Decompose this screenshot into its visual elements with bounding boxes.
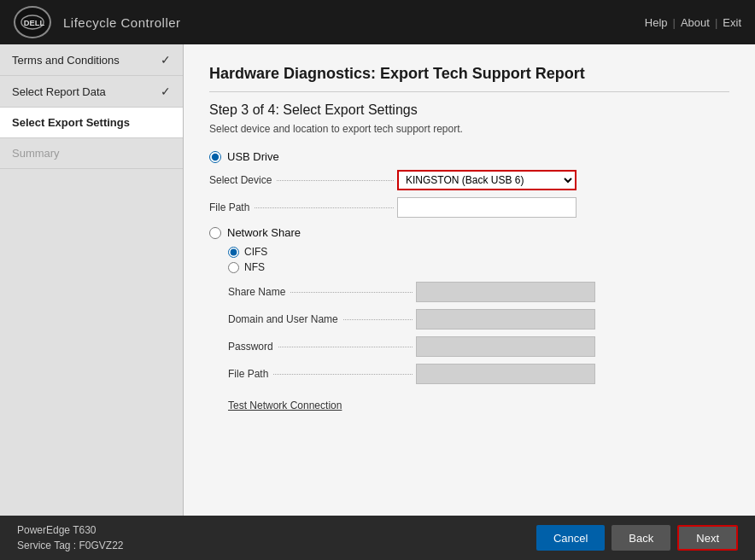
- network-share-section: Network Share CIFS NFS Share Name: [209, 226, 729, 411]
- usb-file-path-control: [397, 197, 576, 218]
- password-label: Password: [228, 341, 416, 353]
- sidebar-item-report-data[interactable]: Select Report Data ✓: [0, 76, 183, 108]
- next-button[interactable]: Next: [677, 525, 738, 551]
- net-file-path-control: [416, 364, 595, 384]
- dotted-line-device: [277, 180, 394, 181]
- share-name-control: [416, 282, 595, 302]
- cifs-label-text: CIFS: [244, 246, 267, 258]
- domain-user-label: Domain and User Name: [228, 313, 416, 325]
- usb-drive-radio[interactable]: [209, 151, 221, 163]
- report-checkmark: ✓: [161, 85, 171, 98]
- back-button[interactable]: Back: [612, 525, 670, 551]
- cancel-button[interactable]: Cancel: [536, 525, 605, 551]
- nfs-radio[interactable]: [228, 262, 239, 273]
- sidebar-item-label-export: Select Export Settings: [12, 116, 130, 129]
- share-name-row: Share Name: [228, 282, 729, 302]
- share-name-label: Share Name: [228, 286, 416, 298]
- sidebar-item-export-settings[interactable]: Select Export Settings: [0, 108, 183, 138]
- password-row: Password: [228, 336, 729, 357]
- usb-drive-section: USB Drive Select Device KINGSTON (Back U…: [209, 150, 729, 218]
- select-device-control: KINGSTON (Back USB 6) USB Drive 2 USB Dr…: [397, 170, 576, 190]
- usb-drive-radio-label[interactable]: USB Drive: [209, 150, 729, 163]
- system-info: PowerEdge T630 Service Tag : F0GVZ22: [17, 522, 124, 553]
- nav-sep-2: |: [715, 16, 717, 29]
- nfs-label-text: NFS: [244, 261, 265, 273]
- sidebar-item-label-terms: Terms and Conditions: [12, 54, 120, 67]
- protocol-radio-group: CIFS NFS: [228, 246, 729, 273]
- app-name: Lifecycle Controller: [63, 15, 645, 30]
- dell-logo: DELL: [14, 6, 51, 38]
- domain-user-control: [416, 309, 595, 330]
- dotted-line-filepath: [255, 207, 394, 208]
- service-tag-label: Service Tag : F0GVZ22: [17, 538, 124, 553]
- top-nav: Help | About | Exit: [645, 16, 741, 29]
- step-title: Step 3 of 4: Select Export Settings: [209, 102, 729, 118]
- title-divider: [209, 91, 729, 92]
- sidebar: Terms and Conditions ✓ Select Report Dat…: [0, 44, 184, 516]
- main-layout: Terms and Conditions ✓ Select Report Dat…: [0, 44, 755, 516]
- sidebar-item-terms[interactable]: Terms and Conditions ✓: [0, 44, 183, 76]
- bottombar: PowerEdge T630 Service Tag : F0GVZ22 Can…: [0, 516, 755, 560]
- terms-checkmark: ✓: [161, 53, 171, 67]
- share-name-input[interactable]: [416, 282, 595, 302]
- password-input[interactable]: [416, 336, 595, 357]
- cifs-radio-label[interactable]: CIFS: [228, 246, 729, 258]
- svg-text:DELL: DELL: [24, 19, 44, 27]
- dotted-line-domain: [343, 319, 413, 320]
- dotted-line-share: [290, 292, 413, 293]
- step-description: Select device and location to export tec…: [209, 123, 729, 135]
- topbar: DELL Lifecycle Controller Help | About |…: [0, 0, 755, 44]
- cifs-radio[interactable]: [228, 247, 239, 258]
- network-fields: Share Name Domain and User Name: [228, 282, 729, 384]
- nav-sep-1: |: [673, 16, 676, 29]
- exit-link[interactable]: Exit: [723, 16, 741, 29]
- device-select[interactable]: KINGSTON (Back USB 6) USB Drive 2 USB Dr…: [397, 170, 576, 190]
- usb-drive-label-text: USB Drive: [227, 150, 279, 163]
- net-file-path-row: File Path: [228, 364, 729, 384]
- sidebar-item-label-summary: Summary: [12, 147, 60, 160]
- test-network-link[interactable]: Test Network Connection: [228, 400, 342, 411]
- about-link[interactable]: About: [681, 16, 710, 29]
- page-title: Hardware Diagnostics: Export Tech Suppor…: [209, 65, 729, 83]
- dotted-line-password: [278, 347, 413, 347]
- sidebar-item-summary: Summary: [0, 138, 183, 169]
- net-file-path-input[interactable]: [416, 364, 595, 384]
- net-file-path-label: File Path: [228, 368, 416, 380]
- help-link[interactable]: Help: [645, 16, 668, 29]
- password-control: [416, 336, 595, 357]
- poweredge-label: PowerEdge T630: [17, 522, 124, 538]
- dotted-line-net-filepath: [273, 374, 413, 375]
- sidebar-item-label-report: Select Report Data: [12, 85, 106, 98]
- domain-user-row: Domain and User Name: [228, 309, 729, 330]
- usb-file-path-label: File Path: [209, 201, 397, 213]
- select-device-row: Select Device KINGSTON (Back USB 6) USB …: [209, 170, 729, 190]
- content-area: Hardware Diagnostics: Export Tech Suppor…: [184, 44, 755, 516]
- domain-user-input[interactable]: [416, 309, 595, 330]
- usb-file-path-row: File Path: [209, 197, 729, 218]
- network-share-label-text: Network Share: [227, 226, 301, 239]
- usb-file-path-input[interactable]: [397, 197, 576, 218]
- select-device-label: Select Device: [209, 174, 397, 186]
- network-share-radio[interactable]: [209, 227, 221, 239]
- nfs-radio-label[interactable]: NFS: [228, 261, 729, 273]
- network-share-radio-label[interactable]: Network Share: [209, 226, 729, 239]
- bottom-buttons: Cancel Back Next: [536, 525, 738, 551]
